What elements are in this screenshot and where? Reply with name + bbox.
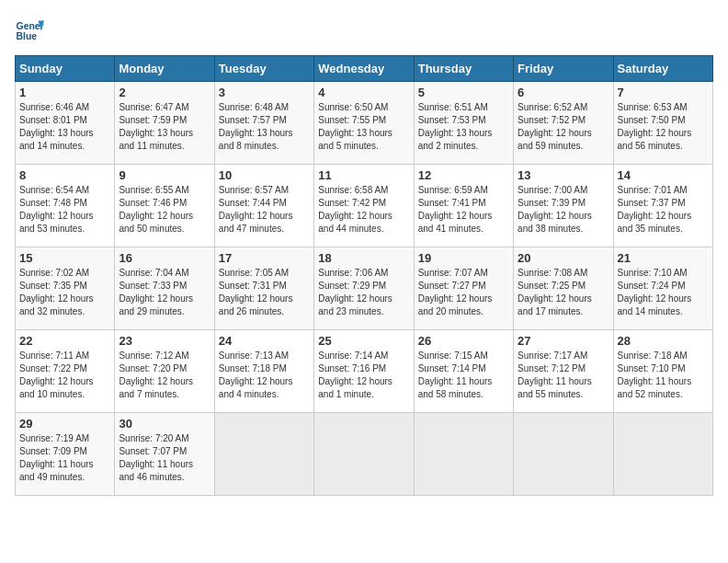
cell-content: Sunrise: 6:52 AMSunset: 7:52 PMDaylight:… xyxy=(518,101,609,153)
logo-icon: General Blue xyxy=(15,15,44,44)
calendar-cell: 29 Sunrise: 7:19 AMSunset: 7:09 PMDaylig… xyxy=(16,413,115,496)
calendar-cell: 1 Sunrise: 6:46 AMSunset: 8:01 PMDayligh… xyxy=(16,82,115,165)
day-number: 26 xyxy=(418,334,509,348)
calendar-cell: 17 Sunrise: 7:05 AMSunset: 7:31 PMDaylig… xyxy=(214,247,313,330)
calendar-cell: 26 Sunrise: 7:15 AMSunset: 7:14 PMDaylig… xyxy=(414,330,513,413)
calendar-cell: 30 Sunrise: 7:20 AMSunset: 7:07 PMDaylig… xyxy=(115,413,214,496)
day-number: 11 xyxy=(318,168,409,182)
calendar-table: SundayMondayTuesdayWednesdayThursdayFrid… xyxy=(15,55,713,496)
calendar-cell: 13 Sunrise: 7:00 AMSunset: 7:39 PMDaylig… xyxy=(514,165,613,247)
cell-content: Sunrise: 7:15 AMSunset: 7:14 PMDaylight:… xyxy=(418,350,509,401)
calendar-cell: 6 Sunrise: 6:52 AMSunset: 7:52 PMDayligh… xyxy=(514,82,613,165)
cell-content: Sunrise: 6:55 AMSunset: 7:46 PMDaylight:… xyxy=(119,184,210,236)
calendar-cell: 5 Sunrise: 6:51 AMSunset: 7:53 PMDayligh… xyxy=(414,82,513,165)
cell-content: Sunrise: 7:02 AMSunset: 7:35 PMDaylight:… xyxy=(19,267,110,318)
calendar-cell: 21 Sunrise: 7:10 AMSunset: 7:24 PMDaylig… xyxy=(613,247,712,330)
calendar-cell: 20 Sunrise: 7:08 AMSunset: 7:25 PMDaylig… xyxy=(514,247,613,330)
calendar-cell: 18 Sunrise: 7:06 AMSunset: 7:29 PMDaylig… xyxy=(314,247,414,330)
calendar-week-1: 1 Sunrise: 6:46 AMSunset: 8:01 PMDayligh… xyxy=(16,82,713,165)
calendar-cell xyxy=(514,413,613,496)
calendar-cell: 11 Sunrise: 6:58 AMSunset: 7:42 PMDaylig… xyxy=(314,165,414,247)
day-number: 14 xyxy=(618,168,709,182)
cell-content: Sunrise: 6:57 AMSunset: 7:44 PMDaylight:… xyxy=(219,184,310,236)
calendar-cell: 24 Sunrise: 7:13 AMSunset: 7:18 PMDaylig… xyxy=(214,330,313,413)
cell-content: Sunrise: 7:20 AMSunset: 7:07 PMDaylight:… xyxy=(119,432,210,484)
calendar-cell: 15 Sunrise: 7:02 AMSunset: 7:35 PMDaylig… xyxy=(16,247,115,330)
cell-content: Sunrise: 6:46 AMSunset: 8:01 PMDaylight:… xyxy=(19,101,110,153)
day-number: 23 xyxy=(119,334,210,348)
cell-content: Sunrise: 6:48 AMSunset: 7:57 PMDaylight:… xyxy=(219,101,310,153)
logo: General Blue xyxy=(15,15,44,44)
cell-content: Sunrise: 7:14 AMSunset: 7:16 PMDaylight:… xyxy=(318,350,409,401)
day-number: 28 xyxy=(618,334,709,348)
calendar-cell: 7 Sunrise: 6:53 AMSunset: 7:50 PMDayligh… xyxy=(613,82,712,165)
day-number: 17 xyxy=(219,251,310,265)
calendar-week-2: 8 Sunrise: 6:54 AMSunset: 7:48 PMDayligh… xyxy=(16,165,713,247)
calendar-week-4: 22 Sunrise: 7:11 AMSunset: 7:22 PMDaylig… xyxy=(16,330,713,413)
cell-content: Sunrise: 7:13 AMSunset: 7:18 PMDaylight:… xyxy=(219,350,310,401)
calendar-cell: 23 Sunrise: 7:12 AMSunset: 7:20 PMDaylig… xyxy=(115,330,214,413)
calendar-cell: 28 Sunrise: 7:18 AMSunset: 7:10 PMDaylig… xyxy=(613,330,712,413)
day-number: 18 xyxy=(318,251,409,265)
day-number: 5 xyxy=(418,86,509,99)
calendar-cell: 3 Sunrise: 6:48 AMSunset: 7:57 PMDayligh… xyxy=(214,82,313,165)
calendar-cell: 14 Sunrise: 7:01 AMSunset: 7:37 PMDaylig… xyxy=(613,165,712,247)
day-number: 13 xyxy=(518,168,609,182)
day-number: 15 xyxy=(19,251,110,265)
day-number: 10 xyxy=(219,168,310,182)
calendar-cell xyxy=(414,413,513,496)
calendar-cell: 27 Sunrise: 7:17 AMSunset: 7:12 PMDaylig… xyxy=(514,330,613,413)
calendar-cell: 19 Sunrise: 7:07 AMSunset: 7:27 PMDaylig… xyxy=(414,247,513,330)
day-number: 27 xyxy=(518,334,609,348)
calendar-week-5: 29 Sunrise: 7:19 AMSunset: 7:09 PMDaylig… xyxy=(16,413,713,496)
day-number: 22 xyxy=(19,334,110,348)
cell-content: Sunrise: 6:59 AMSunset: 7:41 PMDaylight:… xyxy=(418,184,509,236)
calendar-cell xyxy=(314,413,414,496)
cell-content: Sunrise: 7:05 AMSunset: 7:31 PMDaylight:… xyxy=(219,267,310,318)
cell-content: Sunrise: 7:12 AMSunset: 7:20 PMDaylight:… xyxy=(119,350,210,401)
weekday-header-friday: Friday xyxy=(514,56,613,82)
day-number: 20 xyxy=(518,251,609,265)
day-number: 3 xyxy=(219,86,310,99)
page-header: General Blue xyxy=(15,15,713,44)
day-number: 30 xyxy=(119,417,210,431)
day-number: 4 xyxy=(318,86,409,99)
calendar-cell: 25 Sunrise: 7:14 AMSunset: 7:16 PMDaylig… xyxy=(314,330,414,413)
calendar-cell: 10 Sunrise: 6:57 AMSunset: 7:44 PMDaylig… xyxy=(214,165,313,247)
day-number: 29 xyxy=(19,417,110,431)
day-number: 7 xyxy=(618,86,709,99)
calendar-cell: 12 Sunrise: 6:59 AMSunset: 7:41 PMDaylig… xyxy=(414,165,513,247)
cell-content: Sunrise: 7:01 AMSunset: 7:37 PMDaylight:… xyxy=(618,184,709,236)
cell-content: Sunrise: 7:04 AMSunset: 7:33 PMDaylight:… xyxy=(119,267,210,318)
calendar-cell: 4 Sunrise: 6:50 AMSunset: 7:55 PMDayligh… xyxy=(314,82,414,165)
day-number: 8 xyxy=(19,168,110,182)
cell-content: Sunrise: 7:08 AMSunset: 7:25 PMDaylight:… xyxy=(518,267,609,318)
day-number: 25 xyxy=(318,334,409,348)
cell-content: Sunrise: 6:47 AMSunset: 7:59 PMDaylight:… xyxy=(119,101,210,153)
calendar-cell: 9 Sunrise: 6:55 AMSunset: 7:46 PMDayligh… xyxy=(115,165,214,247)
day-number: 24 xyxy=(219,334,310,348)
day-number: 2 xyxy=(119,86,210,99)
calendar-cell xyxy=(214,413,313,496)
cell-content: Sunrise: 6:53 AMSunset: 7:50 PMDaylight:… xyxy=(618,101,709,153)
calendar-cell: 16 Sunrise: 7:04 AMSunset: 7:33 PMDaylig… xyxy=(115,247,214,330)
cell-content: Sunrise: 7:18 AMSunset: 7:10 PMDaylight:… xyxy=(618,350,709,401)
calendar-cell: 22 Sunrise: 7:11 AMSunset: 7:22 PMDaylig… xyxy=(16,330,115,413)
cell-content: Sunrise: 7:17 AMSunset: 7:12 PMDaylight:… xyxy=(518,350,609,401)
calendar-cell xyxy=(613,413,712,496)
weekday-header-row: SundayMondayTuesdayWednesdayThursdayFrid… xyxy=(16,56,713,82)
day-number: 12 xyxy=(418,168,509,182)
weekday-header-wednesday: Wednesday xyxy=(314,56,414,82)
day-number: 9 xyxy=(119,168,210,182)
cell-content: Sunrise: 6:58 AMSunset: 7:42 PMDaylight:… xyxy=(318,184,409,236)
cell-content: Sunrise: 6:54 AMSunset: 7:48 PMDaylight:… xyxy=(19,184,110,236)
cell-content: Sunrise: 7:19 AMSunset: 7:09 PMDaylight:… xyxy=(19,432,110,484)
weekday-header-monday: Monday xyxy=(115,56,214,82)
day-number: 6 xyxy=(518,86,609,99)
calendar-cell: 2 Sunrise: 6:47 AMSunset: 7:59 PMDayligh… xyxy=(115,82,214,165)
day-number: 1 xyxy=(19,86,110,99)
cell-content: Sunrise: 7:07 AMSunset: 7:27 PMDaylight:… xyxy=(418,267,509,318)
calendar-week-3: 15 Sunrise: 7:02 AMSunset: 7:35 PMDaylig… xyxy=(16,247,713,330)
calendar-cell: 8 Sunrise: 6:54 AMSunset: 7:48 PMDayligh… xyxy=(16,165,115,247)
cell-content: Sunrise: 7:06 AMSunset: 7:29 PMDaylight:… xyxy=(318,267,409,318)
